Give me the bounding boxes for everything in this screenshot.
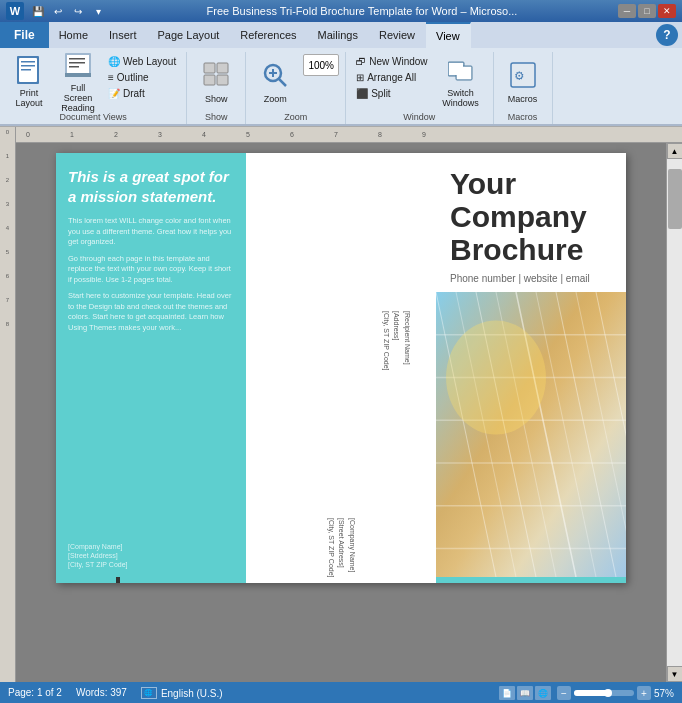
group-window: 🗗 New Window ⊞ Arrange All ⬛ Split xyxy=(346,52,493,124)
svg-rect-12 xyxy=(217,63,228,73)
scroll-down-button[interactable]: ▼ xyxy=(667,666,683,682)
group-macros: ⚙ Macros Macros xyxy=(494,52,553,124)
svg-rect-14 xyxy=(217,75,228,85)
view-print-btn[interactable]: 📄 xyxy=(499,686,515,700)
btn-macros-label: Macros xyxy=(508,94,538,104)
zoom-slider-thumb[interactable] xyxy=(604,689,612,697)
ribbon-content: PrintLayout Full ScreenReading 🌐 Web Lay… xyxy=(0,48,682,126)
ruler-horizontal: 0 1 2 3 4 5 6 7 8 9 xyxy=(16,127,682,143)
window-small-col: 🗗 New Window ⊞ Arrange All ⬛ Split xyxy=(352,54,431,101)
ribbon: File Home Insert Page Layout References … xyxy=(0,22,682,127)
btn-macros[interactable]: ⚙ Macros xyxy=(500,54,546,110)
panel-middle: [Recipient Name] [Address] [City, ST ZIP… xyxy=(246,153,436,583)
company-address-bottom: [Company Name] [Street Address] [City, S… xyxy=(68,542,234,569)
btn-full-screen[interactable]: Full ScreenReading xyxy=(55,54,101,110)
btn-web-layout[interactable]: 🌐 Web Layout xyxy=(104,54,180,69)
svg-rect-13 xyxy=(204,75,215,85)
switch-windows-icon xyxy=(445,56,477,86)
recipient-city: [City, ST ZIP Code] xyxy=(380,311,391,371)
brochure-layout: This is a great spot for a mission state… xyxy=(56,153,626,583)
view-web-btn[interactable]: 🌐 xyxy=(535,686,551,700)
zoom-control[interactable]: − + 57% xyxy=(557,686,674,700)
close-button[interactable]: ✕ xyxy=(658,4,676,18)
outline-icon: ≡ xyxy=(108,72,114,83)
page-scroll[interactable]: This is a great spot for a mission state… xyxy=(16,143,666,682)
cursor-indicator xyxy=(116,577,120,583)
btn-print-layout[interactable]: PrintLayout xyxy=(6,54,52,110)
tab-review[interactable]: Review xyxy=(369,22,426,48)
zoom-slider-fill xyxy=(574,690,608,696)
window-label: Window xyxy=(403,110,435,124)
zoom-slider-track[interactable] xyxy=(574,690,634,696)
tab-page-layout[interactable]: Page Layout xyxy=(148,22,231,48)
macros-icon: ⚙ xyxy=(507,60,539,92)
tab-mailings[interactable]: Mailings xyxy=(308,22,369,48)
panel-right-bar xyxy=(436,577,626,583)
scrollbar-vertical[interactable]: ▲ ▼ xyxy=(666,143,682,682)
btn-show[interactable]: Show xyxy=(193,54,239,110)
zoom-percentage: 57% xyxy=(654,688,674,699)
tab-file[interactable]: File xyxy=(0,22,49,48)
tab-home[interactable]: Home xyxy=(49,22,99,48)
btn-split[interactable]: ⬛ Split xyxy=(352,86,431,101)
maximize-button[interactable]: □ xyxy=(638,4,656,18)
title-bar: W 💾 ↩ ↪ ▾ Free Business Tri-Fold Brochur… xyxy=(0,0,682,22)
new-window-icon: 🗗 xyxy=(356,56,366,67)
company-address-text: [Company Name] [Street Address] [City, S… xyxy=(68,542,234,569)
svg-rect-7 xyxy=(65,73,91,77)
group-document-views: PrintLayout Full ScreenReading 🌐 Web Lay… xyxy=(0,52,187,124)
window-controls: ─ □ ✕ xyxy=(618,4,676,18)
split-icon: ⬛ xyxy=(356,88,368,99)
svg-rect-22 xyxy=(457,67,471,79)
status-bar: Page: 1 of 2 Words: 397 🌐 English (U.S.)… xyxy=(0,682,682,703)
scroll-up-button[interactable]: ▲ xyxy=(667,143,683,159)
btn-zoom[interactable]: Zoom xyxy=(252,54,298,110)
scroll-thumb[interactable] xyxy=(668,169,682,229)
document-page: This is a great spot for a mission state… xyxy=(56,153,626,583)
btn-outline[interactable]: ≡ Outline xyxy=(104,70,180,85)
language-label: English (U.S.) xyxy=(161,688,223,699)
draft-label: Draft xyxy=(123,88,145,99)
help-button[interactable]: ? xyxy=(656,24,678,46)
group-doc-views-content: PrintLayout Full ScreenReading 🌐 Web Lay… xyxy=(6,54,180,110)
recipient-address-line: [Address] xyxy=(391,311,402,371)
window-title: Free Business Tri-Fold Brochure Template… xyxy=(106,5,618,17)
view-read-btn[interactable]: 📖 xyxy=(517,686,533,700)
svg-rect-9 xyxy=(69,62,85,64)
minimize-button[interactable]: ─ xyxy=(618,4,636,18)
group-macros-content: ⚙ Macros xyxy=(500,54,546,110)
panel-right: YourCompanyBrochure Phone number | websi… xyxy=(436,153,626,583)
zoom-plus-button[interactable]: + xyxy=(637,686,651,700)
zoom-value-display[interactable]: 100% xyxy=(303,54,339,76)
svg-rect-10 xyxy=(69,66,79,68)
scroll-track[interactable] xyxy=(667,159,682,666)
company-address-middle: [Company Name] [Street Address] [City, S… xyxy=(325,517,357,577)
show-label: Show xyxy=(205,110,228,124)
btn-new-window[interactable]: 🗗 New Window xyxy=(352,54,431,69)
svg-rect-3 xyxy=(21,65,35,67)
tab-insert[interactable]: Insert xyxy=(99,22,148,48)
company-street: [Street Address] xyxy=(336,517,347,577)
qat-save[interactable]: 💾 xyxy=(30,3,46,19)
language-indicator[interactable]: 🌐 English (U.S.) xyxy=(141,687,223,699)
tab-view[interactable]: View xyxy=(426,22,471,48)
company-brochure-title: YourCompanyBrochure xyxy=(450,167,612,266)
body-para-3: Start here to customize your template. H… xyxy=(68,291,234,333)
qat-dropdown[interactable]: ▾ xyxy=(90,3,106,19)
company-city: [City, ST ZIP Code] xyxy=(325,517,336,577)
zoom-minus-button[interactable]: − xyxy=(557,686,571,700)
ribbon-tabs: File Home Insert Page Layout References … xyxy=(0,22,682,48)
draft-icon: 📝 xyxy=(108,88,120,99)
btn-arrange-all[interactable]: ⊞ Arrange All xyxy=(352,70,431,85)
btn-switch-windows[interactable]: SwitchWindows xyxy=(435,54,487,110)
btn-show-label: Show xyxy=(205,94,228,104)
brochure-body-1: This lorem text WILL change color and fo… xyxy=(68,216,234,339)
tab-references[interactable]: References xyxy=(230,22,307,48)
title-bar-left: W 💾 ↩ ↪ ▾ xyxy=(6,2,106,20)
qat-undo[interactable]: ↩ xyxy=(50,3,66,19)
svg-rect-11 xyxy=(204,63,215,73)
btn-draft[interactable]: 📝 Draft xyxy=(104,86,180,101)
ruler-vertical: 0 1 2 3 4 5 6 7 8 xyxy=(0,127,16,682)
show-icon xyxy=(200,60,232,92)
qat-redo[interactable]: ↪ xyxy=(70,3,86,19)
